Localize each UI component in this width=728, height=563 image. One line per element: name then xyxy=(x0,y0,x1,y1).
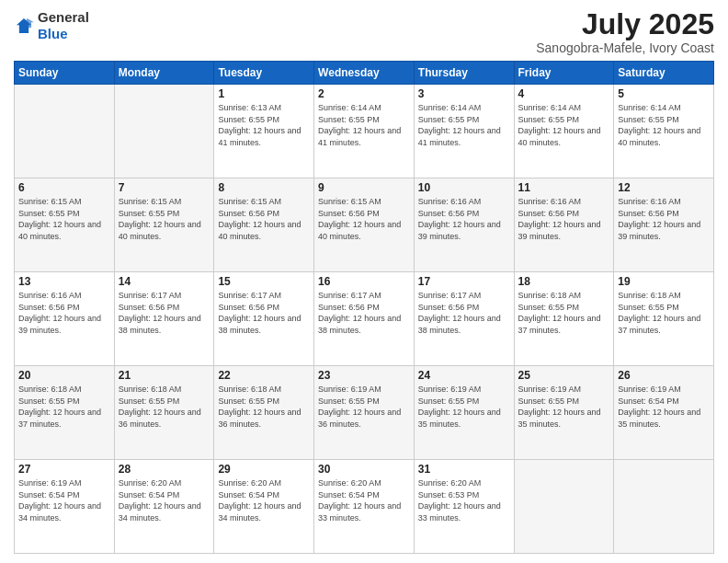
day-info: Sunrise: 6:15 AM Sunset: 6:55 PM Dayligh… xyxy=(119,196,210,242)
calendar-cell-1-5: 11Sunrise: 6:16 AM Sunset: 6:56 PM Dayli… xyxy=(514,178,614,272)
day-number: 10 xyxy=(418,181,510,194)
day-info: Sunrise: 6:15 AM Sunset: 6:56 PM Dayligh… xyxy=(218,196,310,242)
col-saturday: Saturday xyxy=(614,62,714,85)
day-number: 15 xyxy=(218,275,310,288)
calendar-cell-4-3: 30Sunrise: 6:20 AM Sunset: 6:54 PM Dayli… xyxy=(314,460,415,554)
calendar-cell-2-0: 13Sunrise: 6:16 AM Sunset: 6:56 PM Dayli… xyxy=(15,272,115,366)
calendar-cell-1-0: 6Sunrise: 6:15 AM Sunset: 6:55 PM Daylig… xyxy=(15,178,115,272)
calendar-cell-2-6: 19Sunrise: 6:18 AM Sunset: 6:55 PM Dayli… xyxy=(614,272,714,366)
calendar-cell-3-4: 24Sunrise: 6:19 AM Sunset: 6:55 PM Dayli… xyxy=(414,366,514,460)
day-number: 14 xyxy=(119,275,210,288)
calendar-cell-2-5: 18Sunrise: 6:18 AM Sunset: 6:55 PM Dayli… xyxy=(514,272,614,366)
page: General Blue July 2025 Sanogobra-Mafele,… xyxy=(0,0,728,563)
title-location: Sanogobra-Mafele, Ivory Coast xyxy=(536,40,714,55)
day-info: Sunrise: 6:14 AM Sunset: 6:55 PM Dayligh… xyxy=(418,102,510,148)
day-info: Sunrise: 6:18 AM Sunset: 6:55 PM Dayligh… xyxy=(119,384,210,430)
day-info: Sunrise: 6:17 AM Sunset: 6:56 PM Dayligh… xyxy=(418,290,510,336)
day-number: 2 xyxy=(318,87,410,100)
day-info: Sunrise: 6:17 AM Sunset: 6:56 PM Dayligh… xyxy=(318,290,410,336)
day-number: 9 xyxy=(318,181,410,194)
day-info: Sunrise: 6:14 AM Sunset: 6:55 PM Dayligh… xyxy=(518,102,610,148)
day-info: Sunrise: 6:20 AM Sunset: 6:54 PM Dayligh… xyxy=(218,477,310,523)
calendar-cell-0-5: 4Sunrise: 6:14 AM Sunset: 6:55 PM Daylig… xyxy=(514,85,614,178)
col-friday: Friday xyxy=(514,62,614,85)
calendar-cell-0-3: 2Sunrise: 6:14 AM Sunset: 6:55 PM Daylig… xyxy=(314,85,415,178)
col-tuesday: Tuesday xyxy=(214,62,314,85)
col-wednesday: Wednesday xyxy=(314,62,415,85)
calendar-week-row-2: 13Sunrise: 6:16 AM Sunset: 6:56 PM Dayli… xyxy=(15,272,714,366)
day-info: Sunrise: 6:14 AM Sunset: 6:55 PM Dayligh… xyxy=(318,102,410,148)
logo-general: General Blue xyxy=(38,9,89,42)
day-info: Sunrise: 6:19 AM Sunset: 6:55 PM Dayligh… xyxy=(418,384,510,430)
calendar-table: Sunday Monday Tuesday Wednesday Thursday… xyxy=(14,61,714,554)
calendar-cell-0-6: 5Sunrise: 6:14 AM Sunset: 6:55 PM Daylig… xyxy=(614,85,714,178)
calendar-cell-1-6: 12Sunrise: 6:16 AM Sunset: 6:56 PM Dayli… xyxy=(614,178,714,272)
calendar-cell-4-4: 31Sunrise: 6:20 AM Sunset: 6:53 PM Dayli… xyxy=(414,460,514,554)
calendar-cell-2-2: 15Sunrise: 6:17 AM Sunset: 6:56 PM Dayli… xyxy=(214,272,314,366)
calendar-cell-4-0: 27Sunrise: 6:19 AM Sunset: 6:54 PM Dayli… xyxy=(15,460,115,554)
day-info: Sunrise: 6:15 AM Sunset: 6:55 PM Dayligh… xyxy=(18,196,110,242)
day-number: 20 xyxy=(18,369,110,382)
calendar-header-row: Sunday Monday Tuesday Wednesday Thursday… xyxy=(15,62,714,85)
day-number: 29 xyxy=(218,463,310,476)
day-info: Sunrise: 6:14 AM Sunset: 6:55 PM Dayligh… xyxy=(618,102,710,148)
day-number: 13 xyxy=(18,275,110,288)
calendar-cell-2-4: 17Sunrise: 6:17 AM Sunset: 6:56 PM Dayli… xyxy=(414,272,514,366)
day-number: 11 xyxy=(518,181,610,194)
day-number: 17 xyxy=(418,275,510,288)
day-info: Sunrise: 6:20 AM Sunset: 6:54 PM Dayligh… xyxy=(318,477,410,523)
day-info: Sunrise: 6:19 AM Sunset: 6:54 PM Dayligh… xyxy=(18,477,110,523)
day-info: Sunrise: 6:17 AM Sunset: 6:56 PM Dayligh… xyxy=(218,290,310,336)
day-number: 26 xyxy=(618,369,710,382)
calendar-week-row-3: 20Sunrise: 6:18 AM Sunset: 6:55 PM Dayli… xyxy=(15,366,714,460)
calendar-cell-0-0 xyxy=(15,85,115,178)
calendar-cell-3-0: 20Sunrise: 6:18 AM Sunset: 6:55 PM Dayli… xyxy=(15,366,115,460)
day-number: 6 xyxy=(18,181,110,194)
day-info: Sunrise: 6:18 AM Sunset: 6:55 PM Dayligh… xyxy=(618,290,710,336)
day-number: 28 xyxy=(119,463,210,476)
calendar-cell-4-5 xyxy=(514,460,614,554)
calendar-cell-1-4: 10Sunrise: 6:16 AM Sunset: 6:56 PM Dayli… xyxy=(414,178,514,272)
calendar-cell-1-1: 7Sunrise: 6:15 AM Sunset: 6:55 PM Daylig… xyxy=(114,178,214,272)
day-number: 30 xyxy=(318,463,410,476)
day-number: 22 xyxy=(218,369,310,382)
day-number: 3 xyxy=(418,87,510,100)
calendar-week-row-4: 27Sunrise: 6:19 AM Sunset: 6:54 PM Dayli… xyxy=(15,460,714,554)
day-number: 7 xyxy=(119,181,210,194)
day-number: 23 xyxy=(318,369,410,382)
day-number: 1 xyxy=(218,87,310,100)
day-info: Sunrise: 6:16 AM Sunset: 6:56 PM Dayligh… xyxy=(518,196,610,242)
day-number: 5 xyxy=(618,87,710,100)
calendar-cell-0-2: 1Sunrise: 6:13 AM Sunset: 6:55 PM Daylig… xyxy=(214,85,314,178)
day-number: 8 xyxy=(218,181,310,194)
logo: General Blue xyxy=(14,9,89,42)
day-info: Sunrise: 6:18 AM Sunset: 6:55 PM Dayligh… xyxy=(18,384,110,430)
day-number: 31 xyxy=(418,463,510,476)
calendar-week-row-1: 6Sunrise: 6:15 AM Sunset: 6:55 PM Daylig… xyxy=(15,178,714,272)
day-info: Sunrise: 6:16 AM Sunset: 6:56 PM Dayligh… xyxy=(418,196,510,242)
day-number: 16 xyxy=(318,275,410,288)
calendar-cell-0-1 xyxy=(114,85,214,178)
day-number: 18 xyxy=(518,275,610,288)
calendar-cell-1-3: 9Sunrise: 6:15 AM Sunset: 6:56 PM Daylig… xyxy=(314,178,415,272)
calendar-cell-4-1: 28Sunrise: 6:20 AM Sunset: 6:54 PM Dayli… xyxy=(114,460,214,554)
title-month: July 2025 xyxy=(536,9,714,39)
day-info: Sunrise: 6:16 AM Sunset: 6:56 PM Dayligh… xyxy=(18,290,110,336)
calendar-cell-2-3: 16Sunrise: 6:17 AM Sunset: 6:56 PM Dayli… xyxy=(314,272,415,366)
calendar-cell-2-1: 14Sunrise: 6:17 AM Sunset: 6:56 PM Dayli… xyxy=(114,272,214,366)
day-number: 25 xyxy=(518,369,610,382)
calendar-cell-4-2: 29Sunrise: 6:20 AM Sunset: 6:54 PM Dayli… xyxy=(214,460,314,554)
day-number: 4 xyxy=(518,87,610,100)
day-info: Sunrise: 6:19 AM Sunset: 6:55 PM Dayligh… xyxy=(318,384,410,430)
day-info: Sunrise: 6:19 AM Sunset: 6:54 PM Dayligh… xyxy=(618,384,710,430)
title-block: July 2025 Sanogobra-Mafele, Ivory Coast xyxy=(536,9,714,55)
day-info: Sunrise: 6:20 AM Sunset: 6:53 PM Dayligh… xyxy=(418,477,510,523)
calendar-cell-0-4: 3Sunrise: 6:14 AM Sunset: 6:55 PM Daylig… xyxy=(414,85,514,178)
calendar-cell-3-1: 21Sunrise: 6:18 AM Sunset: 6:55 PM Dayli… xyxy=(114,366,214,460)
day-info: Sunrise: 6:18 AM Sunset: 6:55 PM Dayligh… xyxy=(518,290,610,336)
calendar-cell-3-6: 26Sunrise: 6:19 AM Sunset: 6:54 PM Dayli… xyxy=(614,366,714,460)
header: General Blue July 2025 Sanogobra-Mafele,… xyxy=(14,9,714,55)
day-info: Sunrise: 6:20 AM Sunset: 6:54 PM Dayligh… xyxy=(119,477,210,523)
calendar-week-row-0: 1Sunrise: 6:13 AM Sunset: 6:55 PM Daylig… xyxy=(15,85,714,178)
col-monday: Monday xyxy=(114,62,214,85)
